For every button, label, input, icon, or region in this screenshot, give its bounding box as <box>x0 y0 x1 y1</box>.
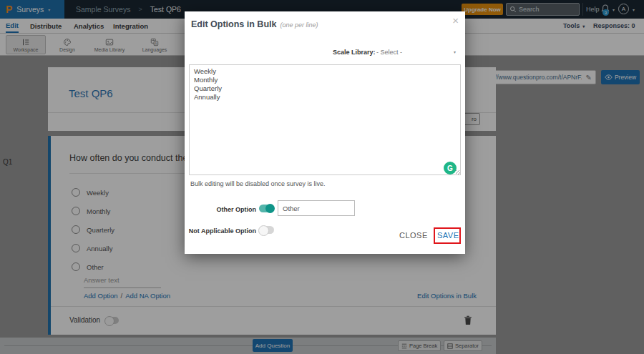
not-applicable-option-label: Not Applicable Option <box>185 227 256 235</box>
questionpro-app: P Surveys ▾ Sample Surveys > Test QP6 Up… <box>0 0 644 354</box>
bulk-edit-note: Bulk editing will be disabled once surve… <box>190 180 326 187</box>
modal-subtitle: (one per line) <box>280 21 318 29</box>
chevron-down-icon[interactable]: ▾ <box>454 49 456 54</box>
save-button[interactable]: SAVE <box>437 231 459 240</box>
bulk-options-textarea[interactable]: Weekly Monthly Quarterly Annually <box>189 64 461 175</box>
other-option-label: Other Option <box>185 206 256 213</box>
scale-library-select[interactable]: - Select - <box>376 49 402 56</box>
other-option-input[interactable] <box>278 200 355 216</box>
grammarly-icon[interactable]: G <box>444 162 457 174</box>
textarea-resize-handle[interactable] <box>456 170 460 174</box>
close-icon[interactable]: × <box>452 15 459 26</box>
not-applicable-toggle[interactable] <box>259 226 274 234</box>
other-option-toggle[interactable] <box>259 205 274 212</box>
edit-options-in-bulk-modal: Edit Options in Bulk (one per line) × Sc… <box>185 11 465 254</box>
scale-library-label: Scale Library: <box>333 49 376 56</box>
modal-title: Edit Options in Bulk <box>191 19 276 29</box>
close-button[interactable]: CLOSE <box>399 231 428 240</box>
modal-header: Edit Options in Bulk (one per line) <box>191 19 318 29</box>
